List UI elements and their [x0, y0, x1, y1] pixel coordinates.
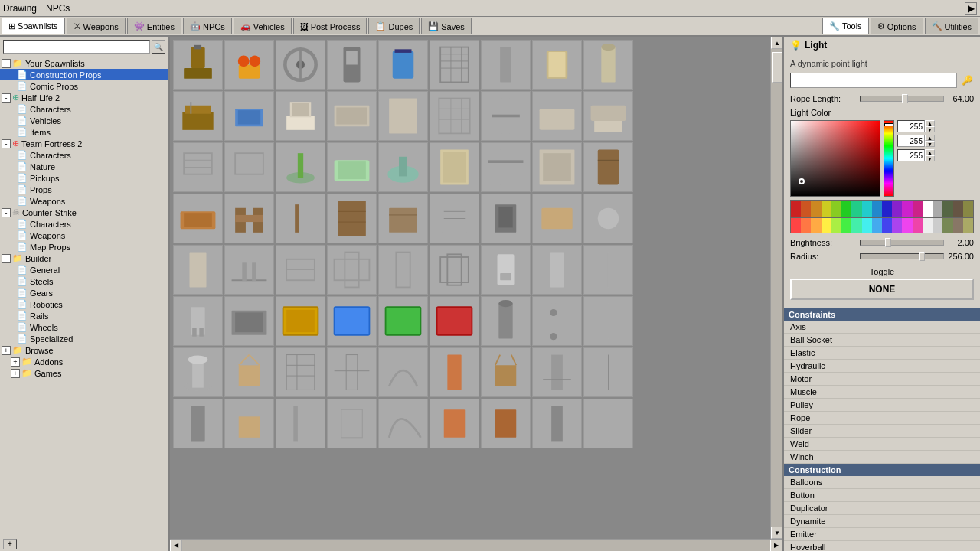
asset-cell[interactable]: [378, 347, 428, 397]
constraint-winch[interactable]: Winch: [784, 451, 980, 464]
search-input[interactable]: [3, 40, 150, 54]
toggle-browse[interactable]: +: [2, 346, 11, 355]
tree-construction-props[interactable]: 📄 Construction Props: [0, 69, 168, 80]
swatch-brown[interactable]: [953, 201, 963, 217]
asset-cell[interactable]: [327, 40, 377, 90]
swatch-sky[interactable]: [872, 201, 882, 217]
swatch2-1[interactable]: [791, 218, 801, 233]
asset-cell[interactable]: [327, 347, 377, 397]
g-spin-up[interactable]: ▲: [925, 135, 935, 141]
asset-cell[interactable]: [583, 194, 633, 243]
toggle-tf2[interactable]: -: [2, 139, 11, 148]
asset-cell[interactable]: [224, 91, 274, 141]
asset-cell[interactable]: [276, 40, 325, 90]
constraint-pulley[interactable]: Pulley: [784, 399, 980, 412]
color-gradient[interactable]: [790, 120, 880, 197]
swatch2-4[interactable]: [822, 218, 831, 233]
tree-builder-wheels[interactable]: 📄 Wheels: [0, 321, 168, 333]
asset-cell[interactable]: [276, 194, 325, 243]
color-hue-bar[interactable]: [884, 120, 894, 197]
b-spin-up[interactable]: ▲: [925, 149, 935, 155]
tab-entities[interactable]: 👾 Entities: [127, 18, 181, 34]
swatch-olive[interactable]: [963, 201, 973, 217]
asset-cell[interactable]: [173, 399, 223, 448]
tree-builder-steels[interactable]: 📄 Steels: [0, 276, 168, 287]
asset-cell[interactable]: [481, 40, 531, 90]
asset-cell[interactable]: [327, 399, 377, 448]
b-input[interactable]: [897, 149, 925, 161]
swatch-orange[interactable]: [811, 201, 821, 217]
swatch-magenta[interactable]: [902, 201, 912, 217]
toggle-builder[interactable]: -: [2, 254, 11, 263]
asset-cell[interactable]: [173, 40, 223, 90]
asset-cell[interactable]: [583, 245, 633, 295]
construction-button[interactable]: Button: [784, 489, 980, 502]
construction-emitter[interactable]: Emitter: [784, 528, 980, 541]
constraint-motor[interactable]: Motor: [784, 373, 980, 386]
asset-cell[interactable]: [583, 347, 633, 397]
radius-thumb[interactable]: [919, 252, 925, 261]
menu-drawing[interactable]: Drawing: [3, 3, 37, 14]
tree-cs-mapprops[interactable]: 📄 Map Props: [0, 241, 168, 253]
swatch2-17[interactable]: [953, 218, 963, 233]
asset-cell[interactable]: [430, 296, 479, 346]
asset-cell[interactable]: [327, 245, 377, 295]
asset-cell[interactable]: [430, 40, 479, 90]
swatch2-12[interactable]: [902, 218, 912, 233]
swatch-pink[interactable]: [913, 201, 923, 217]
tab-tools[interactable]: 🔧 Tools: [822, 18, 869, 34]
construction-hoverball[interactable]: Hoverball: [784, 541, 980, 551]
swatch-blue[interactable]: [882, 201, 892, 217]
tab-saves[interactable]: 💾 Saves: [421, 18, 472, 34]
asset-cell[interactable]: [378, 296, 428, 346]
asset-cell[interactable]: [481, 194, 531, 243]
constraint-slider[interactable]: Slider: [784, 425, 980, 438]
asset-cell[interactable]: [583, 91, 633, 141]
scroll-up-button[interactable]: ▲: [771, 37, 782, 49]
tree-tf2-characters[interactable]: 📄 Characters: [0, 149, 168, 161]
asset-cell[interactable]: [532, 142, 582, 192]
scroll-down-button[interactable]: ▼: [771, 527, 782, 539]
asset-cell[interactable]: [327, 194, 377, 243]
search-button[interactable]: 🔍: [152, 40, 165, 54]
rope-length-slider[interactable]: [860, 96, 944, 102]
swatch2-16[interactable]: [942, 218, 952, 233]
tree-builder-general[interactable]: 📄 General: [0, 264, 168, 276]
asset-cell[interactable]: [481, 296, 531, 346]
rope-length-thumb[interactable]: [902, 94, 908, 103]
swatch-red[interactable]: [791, 201, 801, 217]
asset-cell[interactable]: [327, 91, 377, 141]
asset-cell[interactable]: [430, 142, 479, 192]
tab-vehicles[interactable]: 🚗 Vehicles: [234, 18, 292, 34]
tree-halflife2[interactable]: - ⊕ Half-Life 2: [0, 92, 168, 103]
swatch-lime[interactable]: [831, 201, 841, 217]
asset-cell[interactable]: [173, 142, 223, 192]
swatch2-5[interactable]: [831, 218, 841, 233]
tab-options[interactable]: ⚙ Options: [871, 18, 923, 34]
tree-tf2[interactable]: - ⊕ Team Fortress 2: [0, 138, 168, 149]
swatch2-10[interactable]: [882, 218, 892, 233]
asset-cell[interactable]: [430, 194, 479, 243]
tab-dupes[interactable]: 📋 Dupes: [368, 18, 420, 34]
tree-builder-rails[interactable]: 📄 Rails: [0, 310, 168, 321]
light-type-dropdown[interactable]: [790, 73, 957, 88]
asset-cell[interactable]: [430, 347, 479, 397]
b-spin-down[interactable]: ▼: [925, 155, 935, 161]
tree-hl2-items[interactable]: 📄 Items: [0, 126, 168, 138]
asset-cell[interactable]: [327, 296, 377, 346]
toggle-halflife2[interactable]: -: [2, 93, 11, 103]
asset-cell[interactable]: [378, 91, 428, 141]
tab-spawnlists[interactable]: ⊞ Spawnlists: [2, 18, 65, 34]
swatch2-9[interactable]: [872, 218, 882, 233]
asset-cell[interactable]: [224, 142, 274, 192]
tab-postprocess[interactable]: 🖼 Post Process: [293, 18, 368, 34]
swatch-cyan[interactable]: [862, 201, 872, 217]
swatch-yellow[interactable]: [822, 201, 831, 217]
none-button[interactable]: NONE: [790, 279, 974, 300]
asset-cell[interactable]: [378, 194, 428, 243]
asset-cell[interactable]: [276, 399, 325, 448]
asset-cell[interactable]: [224, 296, 274, 346]
toggle-games[interactable]: +: [11, 369, 20, 378]
tree-hl2-characters[interactable]: 📄 Characters: [0, 103, 168, 115]
swatch-purple[interactable]: [892, 201, 902, 217]
